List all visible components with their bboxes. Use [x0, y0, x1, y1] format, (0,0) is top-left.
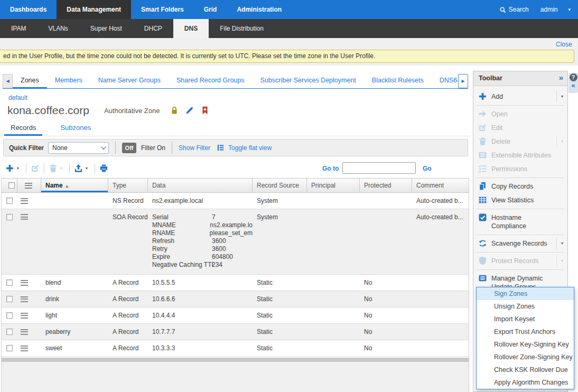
tab-shared-record-groups[interactable]: Shared Record Groups	[169, 74, 253, 89]
toolbar-protect-records-button[interactable]: Protect Records ▾	[473, 254, 567, 268]
row-checkbox[interactable]	[6, 279, 13, 286]
export-icon[interactable]	[74, 164, 83, 173]
hamburger-icon[interactable]	[21, 313, 28, 319]
menu-item-rollover-zone-signing-key[interactable]: Rollover Zone-Signing Key	[477, 351, 574, 363]
expand-chevrons-icon[interactable]: »	[559, 73, 563, 82]
row-checkbox[interactable]	[6, 312, 13, 319]
toolbar-hostname-compliance-button[interactable]: Hostname Compliance	[473, 211, 567, 233]
export-caret-icon[interactable]: ▾	[86, 166, 88, 171]
hamburger-icon[interactable]	[21, 214, 28, 220]
hamburger-icon[interactable]	[21, 346, 28, 351]
toolbar-scavenge-records-button[interactable]: Scavenge Records ▾	[473, 237, 567, 250]
toolbar-open-button[interactable]: Open	[473, 107, 567, 121]
notice-close-button[interactable]: Close	[556, 41, 572, 48]
go-button[interactable]: Go	[423, 165, 432, 172]
menu-item-unsign-zones[interactable]: Unsign Zones	[477, 300, 574, 313]
tab-blacklist-rulesets[interactable]: Blacklist Rulesets	[364, 74, 432, 89]
row-checkbox[interactable]	[6, 329, 13, 335]
menu-item-import-keyset[interactable]: Import Keyset	[477, 313, 574, 325]
edit-record-icon[interactable]	[31, 164, 40, 173]
nav-administration[interactable]: Administration	[227, 0, 292, 19]
column-header-type[interactable]: Type	[108, 179, 148, 192]
column-header-record-source[interactable]: Record Source	[253, 179, 307, 192]
goto-input[interactable]	[342, 162, 416, 174]
menu-item-rollover-key-signing-key[interactable]: Rollover Key-Signing Key	[477, 338, 574, 351]
column-header-principal[interactable]: Principal	[307, 179, 360, 192]
hamburger-icon[interactable]	[21, 329, 28, 335]
print-icon[interactable]	[99, 164, 108, 173]
tab-scroll-right-button[interactable]: ▶	[458, 74, 468, 88]
hamburger-icon[interactable]	[21, 198, 28, 204]
toolbar-permissions-button[interactable]: Permissions	[473, 162, 567, 176]
column-header-comment[interactable]: Comment	[412, 179, 469, 192]
row-checkbox[interactable]	[6, 198, 13, 204]
delete-caret-icon[interactable]: ▾	[556, 136, 567, 147]
row-checkbox[interactable]	[6, 296, 13, 302]
hamburger-icon[interactable]	[21, 296, 28, 302]
hamburger-icon[interactable]	[25, 183, 32, 189]
subnav-dhcp[interactable]: DHCP	[133, 19, 173, 38]
edit-zone-pencil-icon[interactable]	[185, 106, 194, 115]
toolbar-copy-records-button[interactable]: Copy Records	[473, 180, 567, 193]
delete-caret-icon[interactable]: ▾	[60, 166, 62, 171]
toolbar-edit-button[interactable]: Edit	[473, 121, 567, 135]
add-record-icon[interactable]	[5, 164, 14, 173]
toolbar-delete-button[interactable]: Delete ▾	[473, 135, 567, 148]
menu-item-export-trust-anchors[interactable]: Export Trust Anchors	[477, 325, 574, 338]
nav-smart-folders[interactable]: Smart Folders	[131, 0, 194, 19]
toolbar-view-statistics-button[interactable]: View Statistics	[473, 193, 567, 207]
menu-item-check-ksk-rollover-due[interactable]: Check KSK Rollover Due	[477, 363, 574, 376]
tab-name-server-groups[interactable]: Name Server Groups	[90, 74, 169, 89]
column-header-name[interactable]: Name▲	[41, 179, 108, 192]
list-icon	[478, 151, 487, 160]
row-checkbox[interactable]	[6, 214, 13, 220]
quick-filter-select[interactable]: None	[48, 142, 109, 154]
collapse-chevrons-icon[interactable]: «	[568, 81, 578, 90]
protect-caret-icon[interactable]: ▾	[556, 255, 567, 267]
horizontal-scrollbar[interactable]	[2, 358, 469, 362]
global-search[interactable]: Search	[499, 6, 529, 13]
subnav-super-host[interactable]: Super Host	[79, 19, 133, 38]
delete-record-icon[interactable]	[49, 164, 58, 173]
tab-members[interactable]: Members	[47, 74, 90, 89]
cell-type: A Record	[108, 291, 148, 307]
nav-grid[interactable]: Grid	[194, 0, 227, 19]
scavenge-caret-icon[interactable]: ▾	[556, 238, 567, 249]
hamburger-icon[interactable]	[21, 280, 28, 286]
show-filter-link[interactable]: Show Filter	[179, 144, 210, 152]
tab-subscriber-services-deployment[interactable]: Subscriber Services Deployment	[253, 74, 364, 89]
tab-subzones[interactable]: Subzones	[54, 122, 97, 136]
subnav-dns[interactable]: DNS	[173, 19, 209, 38]
user-caret-icon[interactable]: ▾	[568, 7, 571, 12]
tab-zones[interactable]: Zones	[13, 74, 47, 89]
row-checkbox-cell	[2, 291, 17, 307]
toolbar-add-button[interactable]: Add ▾	[473, 90, 567, 104]
menu-item-sign-zones[interactable]: Sign Zones	[477, 287, 574, 300]
toggle-flat-view-link[interactable]: Toggle flat view	[228, 144, 272, 152]
menu-item-apply-algorithm-changes[interactable]: Apply Algorithm Changes	[477, 376, 574, 389]
row-menu-cell	[17, 340, 41, 356]
toolbar-extensible-attributes-button[interactable]: Extensible Attributes	[473, 148, 567, 162]
add-caret-icon[interactable]: ▾	[556, 91, 567, 102]
tab-scroll-left-button[interactable]: ◀	[3, 74, 13, 88]
subnav-file-distribution[interactable]: File Distribution	[209, 19, 275, 38]
tab-dns64-groups[interactable]: DNS64 Groups	[432, 74, 458, 89]
column-header-data[interactable]: Data	[148, 179, 253, 192]
row-checkbox[interactable]	[6, 345, 13, 351]
subnav-ipam[interactable]: IPAM	[0, 19, 37, 38]
help-icon[interactable]: ?	[570, 73, 577, 81]
breadcrumb[interactable]: default	[8, 94, 27, 101]
user-menu[interactable]: admin	[540, 6, 558, 13]
row-menu-cell	[17, 324, 41, 340]
bookmark-add-icon[interactable]	[201, 106, 209, 115]
select-all-checkbox[interactable]	[8, 182, 15, 189]
nav-dashboards[interactable]: Dashboards	[0, 0, 57, 19]
divider	[172, 142, 172, 154]
tab-records[interactable]: Records	[4, 122, 42, 136]
cell-protected: No	[360, 291, 412, 307]
filter-off-toggle[interactable]: Off	[122, 143, 136, 153]
column-header-protected[interactable]: Protected	[360, 179, 412, 192]
add-caret-icon[interactable]: ▾	[17, 166, 19, 171]
nav-data-management[interactable]: Data Management	[57, 0, 131, 19]
subnav-vlans[interactable]: VLANs	[37, 19, 79, 38]
